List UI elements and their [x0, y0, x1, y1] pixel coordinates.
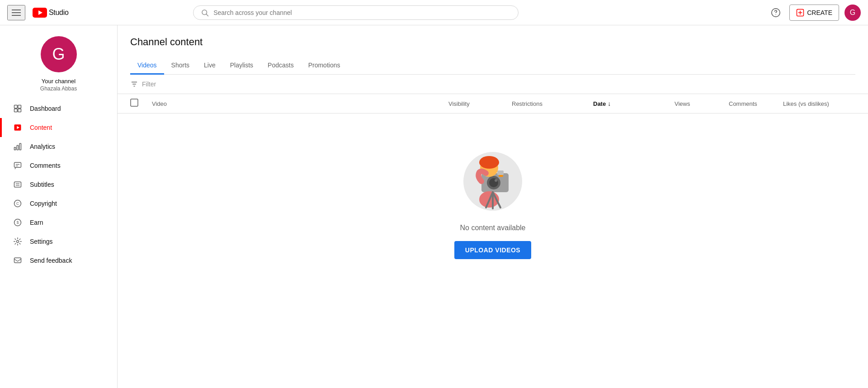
svg-rect-9 — [14, 105, 18, 109]
sidebar-send-feedback-label: Send feedback — [30, 257, 72, 264]
svg-rect-10 — [18, 105, 21, 109]
tab-shorts[interactable]: Shorts — [164, 57, 197, 75]
search-bar — [193, 5, 519, 20]
svg-point-42 — [479, 156, 499, 169]
sidebar: G Your channel Ghazala Abbas Dashboard — [0, 25, 118, 388]
create-label: CREATE — [807, 9, 832, 16]
empty-state: No content available UPLOAD VIDEOS — [118, 114, 868, 286]
select-all-checkbox[interactable] — [130, 99, 152, 109]
sidebar-analytics-label: Analytics — [30, 143, 55, 150]
create-plus-icon — [796, 9, 804, 17]
help-button[interactable] — [768, 5, 784, 21]
tab-videos[interactable]: Videos — [130, 57, 164, 75]
header-left: Studio — [7, 5, 69, 20]
sidebar-item-dashboard[interactable]: Dashboard — [0, 99, 117, 118]
filter-label[interactable]: Filter — [142, 80, 156, 88]
search-input[interactable] — [213, 9, 511, 16]
svg-text:$: $ — [17, 220, 19, 225]
svg-rect-15 — [14, 147, 16, 150]
channel-name: Ghazala Abbas — [40, 85, 77, 92]
subtitles-icon — [13, 180, 23, 189]
sidebar-item-copyright[interactable]: C Copyright — [0, 194, 117, 213]
col-header-restrictions: Restrictions — [512, 100, 593, 107]
tab-podcasts[interactable]: Podcasts — [260, 57, 301, 75]
svg-rect-18 — [14, 162, 21, 167]
create-button[interactable]: CREATE — [789, 5, 839, 21]
sort-arrow-icon: ↓ — [608, 100, 611, 107]
col-header-views: Views — [675, 100, 729, 107]
settings-icon — [13, 237, 23, 246]
filter-icon — [130, 80, 138, 88]
col-header-visibility: Visibility — [448, 100, 512, 107]
comments-icon — [13, 161, 23, 170]
empty-state-illustration — [457, 141, 529, 213]
svg-rect-39 — [497, 170, 504, 175]
svg-rect-11 — [14, 109, 18, 112]
sidebar-content-label: Content — [30, 124, 52, 131]
svg-rect-33 — [131, 99, 138, 106]
sidebar-item-earn[interactable]: $ Earn — [0, 213, 117, 232]
upload-videos-button[interactable]: UPLOAD VIDEOS — [454, 241, 531, 259]
page-title: Channel content — [130, 36, 855, 48]
svg-rect-21 — [14, 182, 21, 187]
analytics-icon — [13, 142, 23, 151]
svg-rect-17 — [19, 143, 21, 150]
youtube-icon — [33, 8, 47, 18]
sidebar-subtitles-label: Subtitles — [30, 181, 54, 188]
svg-point-28 — [17, 241, 19, 243]
sidebar-nav: Dashboard Content — [0, 99, 117, 388]
earn-icon: $ — [13, 218, 23, 227]
col-header-video: Video — [152, 100, 448, 107]
sidebar-item-settings[interactable]: Settings — [0, 232, 117, 251]
menu-button[interactable] — [7, 5, 25, 20]
sidebar-profile: G Your channel Ghazala Abbas — [0, 25, 117, 99]
content-header: Channel content Videos Shorts Live Playl… — [118, 25, 868, 75]
send-feedback-icon — [13, 256, 23, 265]
filter-row: Filter — [118, 75, 868, 94]
tab-promotions[interactable]: Promotions — [301, 57, 348, 75]
svg-rect-16 — [17, 146, 18, 150]
your-channel-label: Your channel — [42, 78, 75, 85]
sidebar-earn-label: Earn — [30, 219, 43, 226]
tab-playlists[interactable]: Playlists — [223, 57, 260, 75]
dashboard-icon — [13, 104, 23, 114]
header-right: CREATE G — [768, 5, 861, 21]
sidebar-item-subtitles[interactable]: Subtitles — [0, 175, 117, 194]
svg-rect-46 — [499, 175, 503, 177]
sidebar-dashboard-label: Dashboard — [30, 105, 61, 112]
user-avatar[interactable]: G — [844, 5, 861, 21]
svg-point-5 — [775, 14, 776, 14]
tab-live[interactable]: Live — [197, 57, 223, 75]
sidebar-comments-label: Comments — [30, 162, 61, 169]
col-header-date[interactable]: Date ↓ — [593, 100, 675, 107]
search-icon — [201, 9, 209, 17]
sidebar-item-content[interactable]: Content — [0, 118, 117, 137]
col-header-likes: Likes (vs dislikes) — [783, 100, 855, 107]
sidebar-copyright-label: Copyright — [30, 200, 57, 207]
svg-rect-29 — [14, 258, 21, 263]
app-header: Studio CREATE G — [0, 0, 868, 25]
table-header: Video Visibility Restrictions Date ↓ Vie… — [118, 94, 868, 114]
sidebar-item-comments[interactable]: Comments — [0, 156, 117, 175]
col-header-comments: Comments — [729, 100, 783, 107]
svg-point-38 — [495, 179, 497, 182]
svg-rect-12 — [18, 109, 21, 112]
studio-label: Studio — [49, 9, 69, 17]
main-content: Channel content Videos Shorts Live Playl… — [118, 25, 868, 388]
content-tabs: Videos Shorts Live Playlists Podcasts Pr… — [130, 57, 855, 75]
svg-line-3 — [207, 14, 208, 16]
svg-text:C: C — [16, 201, 19, 206]
main-layout: G Your channel Ghazala Abbas Dashboard — [0, 25, 868, 388]
content-icon — [13, 123, 23, 132]
help-icon — [771, 8, 781, 18]
sidebar-settings-label: Settings — [30, 238, 53, 245]
copyright-icon: C — [13, 199, 23, 208]
sidebar-avatar[interactable]: G — [41, 36, 77, 72]
sidebar-item-send-feedback[interactable]: Send feedback — [0, 251, 117, 270]
no-content-message: No content available — [460, 224, 526, 232]
logo[interactable]: Studio — [33, 8, 69, 18]
sidebar-item-analytics[interactable]: Analytics — [0, 137, 117, 156]
